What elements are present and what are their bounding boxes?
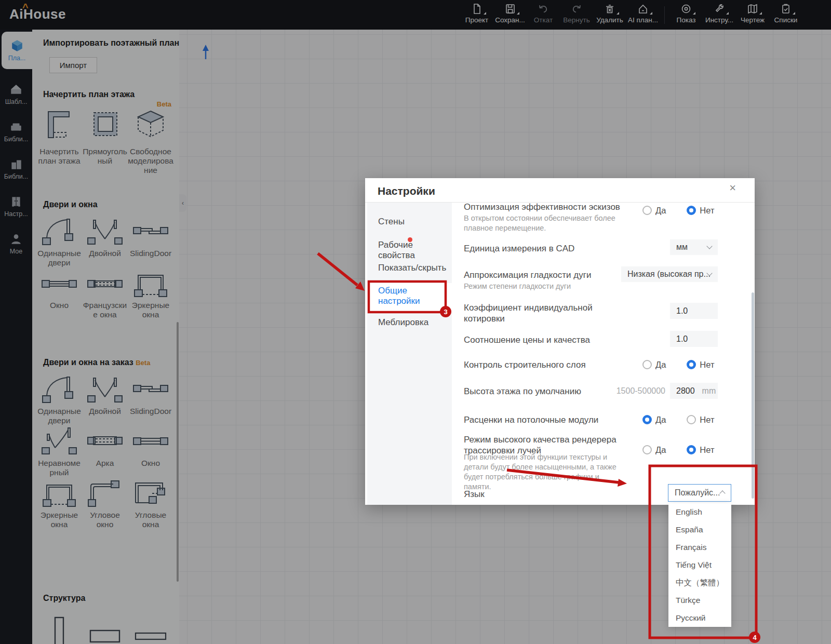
language-option-chinese[interactable]: 中文（繁體）: [668, 574, 731, 592]
settings-dialog: Настройки × Стены Рабочие свойства Показ…: [365, 178, 755, 505]
setting-desc-raytracing-mode: При включении этой функции текстуры и де…: [464, 452, 627, 492]
nav-item-furnishing[interactable]: Меблировка: [367, 317, 452, 328]
aihouse-app: ^ AiHouse Проект Сохран... Откат Вернуть: [0, 0, 831, 644]
chevron-up-icon: [719, 490, 725, 496]
nav-item-walls[interactable]: Стены: [367, 217, 452, 227]
price-quality-input[interactable]: 1.0: [670, 331, 718, 347]
notification-dot: [408, 237, 412, 242]
floor-height-unit: mm: [702, 386, 716, 396]
radio-group-ceiling-modules: Да Нет: [642, 414, 714, 425]
language-option-english[interactable]: English: [668, 503, 731, 521]
floor-height-range-hint: 1500-500000: [609, 386, 665, 396]
setting-label-cad-unit: Единица измерения в CAD: [464, 243, 574, 254]
setting-label-arc-smoothness: Аппроксимация гладкости дуги: [464, 270, 591, 280]
radio-yes[interactable]: [642, 360, 652, 369]
floor-height-input[interactable]: 2800 mm: [670, 383, 718, 399]
radio-no[interactable]: [687, 206, 696, 215]
setting-label-floor-height: Высота этажа по умолчанию: [464, 386, 581, 397]
setting-label-sketch-optimization: Оптимизация эффективности эскизов: [464, 202, 620, 212]
language-option-french[interactable]: Français: [668, 539, 731, 556]
dialog-nav: Стены Рабочие свойства Показать/скрыть О…: [367, 203, 452, 505]
radio-group-construction-layer: Да Нет: [642, 359, 714, 370]
arc-smoothness-select[interactable]: Низкая (высокая пр...: [621, 266, 718, 282]
setting-label-individual-quote: Коэффициент индивидуальной котировки: [464, 302, 635, 324]
radio-yes[interactable]: [642, 445, 652, 454]
close-icon[interactable]: ×: [729, 182, 736, 194]
individual-quote-input[interactable]: 1.0: [670, 303, 718, 319]
setting-label-price-quality: Соотношение цены и качества: [464, 334, 590, 345]
radio-group-sketch-optimization: Да Нет: [642, 205, 714, 216]
radio-yes[interactable]: [642, 206, 652, 215]
cad-unit-select[interactable]: мм: [670, 239, 718, 255]
radio-no[interactable]: [687, 360, 696, 369]
language-option-russian[interactable]: Русский: [668, 609, 731, 627]
dialog-title: Настройки: [378, 185, 435, 197]
setting-desc-sketch-optimization: В открытом состоянии обеспечивает более …: [464, 213, 620, 233]
setting-label-construction-layer: Контроль строительного слоя: [464, 359, 586, 370]
setting-desc-arc-smoothness: Режим степени гладкости дуги: [464, 281, 571, 291]
radio-group-raytracing-mode: Да Нет: [642, 445, 714, 455]
setting-label-ceiling-modules: Расценки на потолочные модули: [464, 414, 598, 425]
radio-yes[interactable]: [642, 415, 652, 424]
language-dropdown-list: English España Français Tiếng Việt 中文（繁體…: [668, 503, 731, 627]
setting-label-language: Язык: [464, 489, 485, 500]
radio-no[interactable]: [687, 415, 696, 424]
nav-item-show-hide[interactable]: Показать/скрыть: [367, 263, 452, 273]
chevron-down-icon: [706, 243, 712, 249]
radio-no[interactable]: [687, 445, 696, 454]
nav-item-working-properties[interactable]: Рабочие свойства: [367, 240, 452, 261]
language-select[interactable]: Пожалуйс...: [668, 484, 731, 502]
dialog-scrollbar[interactable]: [752, 292, 754, 499]
nav-item-general-settings[interactable]: Общие настройки: [367, 286, 435, 306]
language-option-vietnamese[interactable]: Tiếng Việt: [668, 556, 731, 574]
language-option-turkish[interactable]: Türkçe: [668, 592, 731, 609]
language-option-spanish[interactable]: España: [668, 521, 731, 539]
